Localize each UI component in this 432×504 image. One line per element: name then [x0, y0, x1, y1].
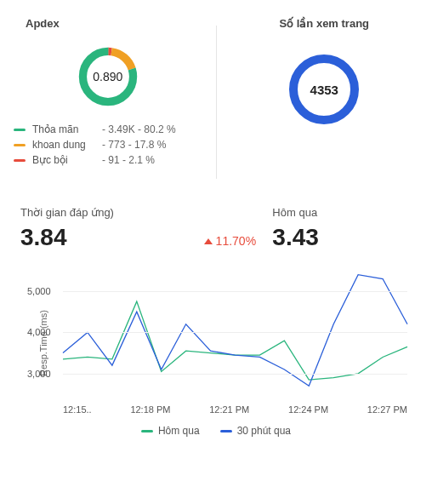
delta-value: 11.70%: [216, 234, 256, 248]
x-tick: 12:15..: [63, 404, 92, 415]
pageviews-value: 4353: [289, 54, 359, 124]
legend-name: Thỏa mãn: [32, 123, 102, 135]
pageviews-panel: Số lần xem trang 4353: [217, 0, 433, 187]
x-tick: 12:21 PM: [209, 404, 249, 415]
legend-value: - 3.49K - 80.2 %: [102, 123, 176, 135]
legend-name: Bực bội: [32, 154, 102, 166]
delta-indicator: 11.70%: [204, 234, 256, 248]
legend-row: Bực bội - 91 - 2.1 %: [14, 152, 202, 168]
legend-swatch: [14, 159, 26, 162]
legend-value: - 773 - 17.8 %: [102, 139, 166, 151]
legend-item: 30 phút qua: [220, 425, 291, 437]
legend-swatch: [220, 430, 232, 432]
resp-time-title: Thời gian đáp ứng): [20, 206, 187, 219]
legend-swatch: [14, 129, 26, 131]
yesterday-value: 3.43: [272, 224, 412, 251]
response-time-panel: Thời gian đáp ứng) 3.84 11.70% Hôm qua 3…: [0, 187, 432, 445]
y-axis-label: Resp.Time (ms): [38, 310, 48, 376]
apdex-title: Apdex: [26, 17, 202, 30]
legend-swatch: [14, 144, 26, 146]
resp-time-value: 3.84: [20, 224, 187, 251]
apdex-legend: Thỏa mãn - 3.49K - 80.2 % khoan dung - 7…: [14, 122, 202, 168]
line-chart: Resp.Time (ms) 3,0004,0005,000 12:15..12…: [20, 266, 412, 420]
y-tick: 5,000: [27, 286, 51, 296]
legend-row: khoan dung - 773 - 17.8 %: [14, 137, 202, 152]
apdex-panel: Apdex 0.890: [0, 0, 216, 187]
x-tick: 12:18 PM: [130, 404, 170, 415]
x-axis-ticks: 12:15..12:18 PM12:21 PM12:24 PM12:27 PM: [63, 404, 407, 415]
legend-swatch: [141, 430, 153, 432]
legend-label: 30 phút qua: [237, 425, 291, 437]
yesterday-title: Hôm qua: [272, 206, 412, 219]
y-tick: 3,000: [27, 369, 51, 379]
x-tick: 12:27 PM: [367, 404, 407, 415]
y-tick: 4,000: [27, 327, 51, 337]
legend-label: Hôm qua: [158, 425, 200, 437]
legend-name: khoan dung: [32, 139, 102, 151]
pageviews-ring: 4353: [289, 54, 359, 124]
legend-row: Thỏa mãn - 3.49K - 80.2 %: [14, 122, 202, 137]
legend-value: - 91 - 2.1 %: [102, 154, 155, 166]
legend-item: Hôm qua: [141, 425, 200, 437]
apdex-donut: 0.890: [75, 43, 141, 110]
apdex-value: 0.890: [75, 43, 141, 110]
line-chart-legend: Hôm qua 30 phút qua: [20, 425, 412, 437]
arrow-up-icon: [204, 238, 213, 244]
x-tick: 12:24 PM: [288, 404, 328, 415]
pageviews-title: Số lần xem trang: [230, 17, 419, 30]
